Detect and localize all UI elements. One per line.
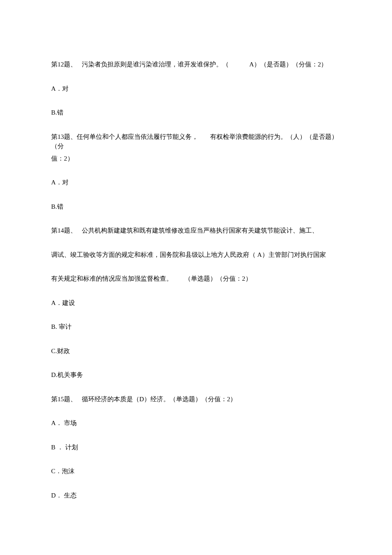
q14-prefix: 第14题、: [51, 227, 77, 234]
question-14: 第14题、公共机构新建建筑和既有建筑维修改造应当严格执行国家有关建筑节能设计、施…: [51, 226, 341, 380]
question-13: 第13题、任何单位和个人都应当依法履行节能义务，有权检举浪费能源的行为。（人）（…: [51, 132, 341, 212]
q12-text: 污染者负担原则是谁污染谁治理，谁开发谁保护。（: [82, 61, 229, 68]
q15-prompt-line: 第15题、循环经济的本质是（D）经济。（单选题）（分值：2）: [51, 394, 341, 404]
q14-option-d: D.机关事务: [51, 370, 341, 380]
q14-option-c: C.财政: [51, 346, 341, 356]
q14-line3b: （单选题）（分值：2）: [184, 275, 252, 282]
q14-line1-text: 公共机构新建建筑和既有建筑维修改造应当严格执行国家有关建筑节能设计、施工、: [82, 227, 318, 234]
q13-prompt-line2: 值：2）: [51, 154, 341, 164]
q15-text: 循环经济的本质是（D）经济。（单选题）（分值：2）: [82, 396, 236, 403]
q12-prompt-line: 第12题、污染者负担原则是谁污染谁治理，谁开发谁保护。（A）（是否题）（分值：2…: [51, 60, 341, 69]
q14-option-a: A．建设: [51, 298, 341, 308]
q14-line1: 第14题、公共机构新建建筑和既有建筑维修改造应当严格执行国家有关建筑节能设计、施…: [51, 226, 341, 236]
q12-prefix: 第12题、: [51, 61, 77, 68]
q14-line2: 调试、竣工验收等方面的规定和标准，国务院和县级以上地方人民政府（ A）主管部门对…: [51, 250, 341, 260]
q13-prefix-text: 第13题、任何单位和个人都应当依法履行节能义务，: [51, 133, 198, 140]
q12-option-a: A．对: [51, 84, 341, 94]
question-15: 第15题、循环经济的本质是（D）经济。（单选题）（分值：2） A． 市场 B ．…: [51, 394, 341, 500]
q14-option-b: B. 审计: [51, 322, 341, 332]
q12-option-b: B.错: [51, 108, 341, 118]
q14-line3: 有关规定和标准的情况应当加强监督检查。（单选题）（分值：2）: [51, 274, 341, 284]
q13-prompt-line1: 第13题、任何单位和个人都应当依法履行节能义务，有权检举浪费能源的行为。（人）（…: [51, 132, 341, 151]
q12-meta: A）（是否题）（分值：2）: [249, 61, 327, 68]
q13-option-b: B.错: [51, 202, 341, 212]
question-12: 第12题、污染者负担原则是谁污染谁治理，谁开发谁保护。（A）（是否题）（分值：2…: [51, 60, 341, 118]
q15-option-c: C．泡沫: [51, 466, 341, 476]
q15-option-a: A． 市场: [51, 418, 341, 428]
q13-option-a: A．对: [51, 178, 341, 187]
q15-option-d: D． 生态: [51, 491, 341, 500]
q15-option-b: B ． 计划: [51, 443, 341, 452]
q15-prefix: 第15题、: [51, 396, 77, 403]
q14-line3a: 有关规定和标准的情况应当加强监督检查。: [51, 275, 173, 282]
